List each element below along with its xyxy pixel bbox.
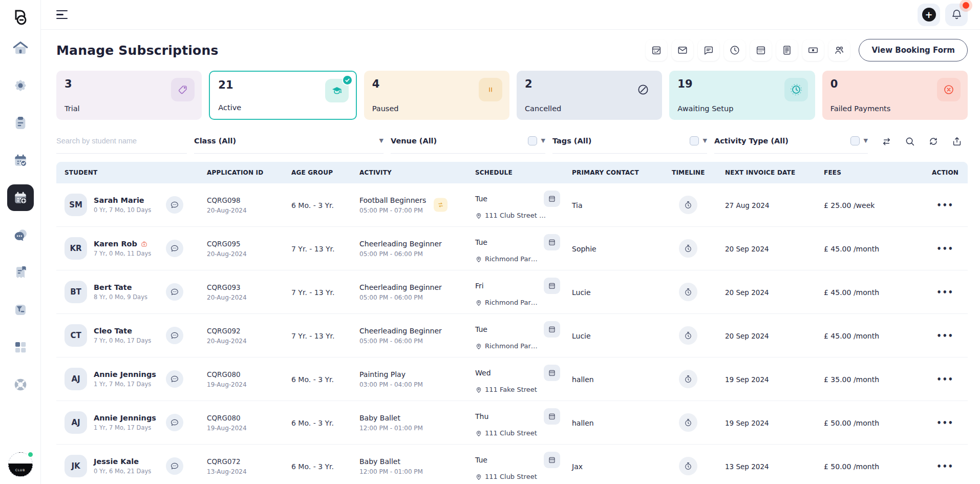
schedule-calendar-icon[interactable] (544, 321, 560, 338)
swap-columns-icon[interactable] (876, 131, 897, 152)
sidebar-item-receipts[interactable] (7, 259, 34, 286)
sidebar-item-bookings-calendar[interactable] (7, 147, 34, 174)
card-active[interactable]: 21 Active (209, 71, 356, 120)
application-date: 20-Aug-2024 (207, 294, 279, 301)
schedule-icon[interactable] (646, 39, 667, 61)
student-avatar: AJ (65, 368, 87, 390)
message-icon[interactable] (166, 327, 183, 344)
sidebar-item-filtered-docs[interactable] (7, 297, 34, 323)
sidebar-item-chat[interactable] (7, 222, 34, 248)
export-icon[interactable] (946, 131, 968, 152)
activity-type-select-all-checkbox[interactable] (850, 136, 860, 145)
row-actions-button[interactable]: ••• (936, 331, 953, 341)
activity-time: 05:00 PM - 06:00 PM (359, 338, 442, 345)
student-avatar: AJ (65, 411, 87, 434)
card-failed-payments[interactable]: 0 Failed Payments (822, 71, 968, 120)
bell-icon (951, 9, 963, 20)
timeline-icon[interactable] (679, 239, 697, 258)
next-invoice-date: 19 Sep 2024 (725, 375, 769, 384)
application-id: CQRG098 (207, 196, 279, 204)
row-actions-button[interactable]: ••• (936, 462, 953, 471)
tags-filter[interactable]: Tags (All) ▼ (552, 133, 707, 154)
message-icon[interactable] (166, 196, 183, 214)
timeline-icon[interactable] (679, 283, 697, 301)
search-icon[interactable] (899, 131, 921, 152)
row-actions-button[interactable]: ••• (936, 288, 953, 297)
calendar-icon[interactable] (750, 39, 772, 61)
col-action: ACTION (923, 169, 968, 176)
table-row[interactable]: SM Sarah Marie 0 Yr, 7 Mo, 10 Days CQRG0… (56, 183, 968, 227)
class-filter[interactable]: Class (All) ▼ (194, 133, 384, 154)
sidebar-item-clipboard[interactable] (7, 110, 34, 136)
tags-select-all-checkbox[interactable] (690, 136, 699, 145)
student-age: 0 Yr, 7 Mo, 10 Days (94, 206, 151, 214)
timeline-icon[interactable] (679, 370, 697, 388)
table-row[interactable]: BT Bert Tate 8 Yr, 0 Mo, 9 Days CQRG093 … (56, 270, 968, 314)
table-row[interactable]: JK Jessie Kale 0 Yr, 6 Mo, 21 Days CQRG0… (56, 445, 968, 484)
timeline-icon[interactable] (679, 326, 697, 345)
sidebar-item-dashboard[interactable] (7, 334, 34, 361)
schedule-day: Wed (475, 369, 491, 377)
life-ring-icon (12, 376, 29, 393)
schedule-calendar-icon[interactable] (544, 191, 560, 207)
card-awaiting-setup[interactable]: 19 Awaiting Setup (669, 71, 815, 120)
clipboard-icon (12, 115, 29, 131)
venue-select-all-checkbox[interactable] (528, 136, 537, 145)
application-id: CQRG095 (207, 240, 279, 248)
search-input[interactable] (56, 137, 187, 145)
message-icon[interactable] (166, 457, 183, 475)
clock-icon[interactable] (724, 39, 745, 61)
schedule-day: Thu (475, 412, 488, 420)
message-icon[interactable] (166, 283, 183, 301)
card-paused[interactable]: 4 Paused (364, 71, 509, 120)
schedule-calendar-icon[interactable] (544, 234, 560, 250)
row-actions-button[interactable]: ••• (936, 375, 953, 384)
invoice-icon[interactable] (776, 39, 798, 61)
table-row[interactable]: AJ Annie Jennings 1 Yr, 7 Mo, 17 Days CQ… (56, 357, 968, 401)
view-booking-form-button[interactable]: View Booking Form (859, 39, 968, 61)
activity-type-filter[interactable]: Activity Type (All) ▼ (714, 133, 868, 154)
timeline-icon[interactable] (679, 457, 697, 475)
schedule-calendar-icon[interactable] (544, 365, 560, 381)
table-row[interactable]: CT Cleo Tate 7 Yr, 0 Mo, 17 Days CQRG092… (56, 314, 968, 357)
status-cards: 3 Trial 21 Active (56, 71, 968, 120)
awaiting-label: Awaiting Setup (677, 104, 733, 113)
activity-name: Baby Ballet (359, 414, 423, 422)
sidebar-item-home[interactable] (7, 35, 34, 61)
table-row[interactable]: AJ Annie Jennings 1 Yr, 7 Mo, 17 Days CQ… (56, 401, 968, 445)
message-icon[interactable] (166, 240, 183, 257)
timeline-icon[interactable] (679, 196, 697, 214)
menu-toggle-button[interactable] (56, 10, 69, 19)
card-trial[interactable]: 3 Trial (56, 71, 202, 120)
brand-logo[interactable] (9, 6, 32, 29)
add-button[interactable]: + (918, 4, 940, 26)
row-actions-button[interactable]: ••• (936, 418, 953, 428)
row-actions-button[interactable]: ••• (936, 201, 953, 210)
table-body: SM Sarah Marie 0 Yr, 7 Mo, 10 Days CQRG0… (56, 183, 968, 484)
sidebar-item-subscriptions[interactable] (7, 184, 34, 211)
table-row[interactable]: KR Karen Rob 7 Yr, 0 Mo, 11 Days CQRG095… (56, 227, 968, 270)
venue-name: 111 Club Street (485, 429, 537, 437)
users-icon[interactable] (828, 39, 850, 61)
row-actions-button[interactable]: ••• (936, 244, 953, 254)
sidebar-item-settings[interactable] (7, 72, 34, 99)
card-cancelled[interactable]: 2 Cancelled (517, 71, 662, 120)
notifications-button[interactable] (945, 4, 968, 26)
refresh-icon[interactable] (923, 131, 944, 152)
message-icon[interactable] (166, 370, 183, 388)
comment-icon[interactable] (698, 39, 719, 61)
schedule-day: Tue (475, 238, 487, 246)
schedule-calendar-icon[interactable] (544, 278, 560, 294)
message-icon[interactable] (166, 414, 183, 431)
online-status-dot (27, 451, 34, 458)
age-group: 7 Yr. - 13 Yr. (291, 288, 335, 297)
payment-icon[interactable] (802, 39, 824, 61)
col-age-group: AGE GROUP (279, 169, 348, 176)
mail-icon[interactable] (672, 39, 693, 61)
venue-filter[interactable]: Venue (All) ▼ (391, 133, 545, 154)
schedule-calendar-icon[interactable] (544, 452, 560, 468)
sidebar-item-support[interactable] (7, 371, 34, 398)
schedule-calendar-icon[interactable] (544, 408, 560, 425)
timeline-icon[interactable] (679, 413, 697, 432)
fees: £ 45.00 /month (824, 245, 879, 253)
